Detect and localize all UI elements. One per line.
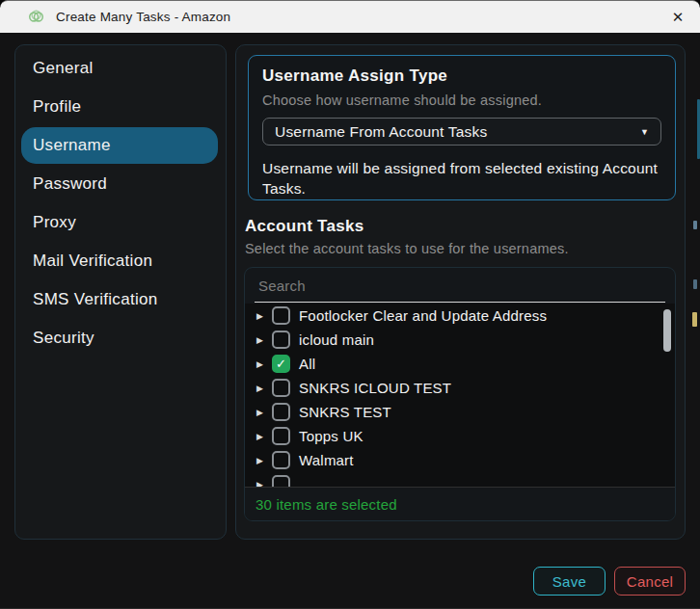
task-row[interactable]: ▶ SNKRS TEST: [245, 400, 675, 424]
window-edge-artifact: [692, 312, 697, 327]
task-row[interactable]: ▶ SNKRS ICLOUD TEST: [245, 376, 675, 400]
sidebar-item-password[interactable]: Password: [21, 166, 218, 202]
dropdown-value: Username From Account Tasks: [275, 123, 487, 141]
app-logo-icon: [27, 8, 45, 26]
sidebar-item-label: Proxy: [33, 213, 76, 232]
task-checkbox[interactable]: [272, 427, 290, 445]
sidebar-item-profile[interactable]: Profile: [21, 89, 218, 125]
username-assign-type-dropdown[interactable]: Username From Account Tasks ▼: [262, 118, 661, 146]
list-scrollbar-thumb[interactable]: [663, 309, 671, 352]
window-title: Create Many Tasks - Amazon: [56, 10, 230, 24]
task-row-partial[interactable]: ▶: [245, 472, 675, 487]
task-row[interactable]: ▶ ✓ All: [245, 352, 675, 376]
sidebar-item-mail-verification[interactable]: Mail Verification: [21, 243, 218, 279]
settings-panel: Username Assign Type Choose how username…: [235, 44, 686, 540]
expand-arrow-icon[interactable]: ▶: [256, 311, 270, 321]
sidebar-item-label: Username: [33, 136, 111, 155]
task-label: SNKRS ICLOUD TEST: [299, 380, 451, 396]
sidebar-item-general[interactable]: General: [21, 50, 218, 87]
task-label: All: [299, 356, 315, 372]
account-tasks-subtitle: Select the account tasks to use for the …: [245, 241, 569, 256]
window-edge-artifact: [693, 221, 697, 229]
sidebar-item-label: Security: [33, 329, 94, 348]
sidebar-item-label: General: [33, 59, 94, 78]
title-bar: Create Many Tasks - Amazon ✕: [0, 0, 700, 33]
sidebar-item-proxy[interactable]: Proxy: [21, 204, 218, 241]
task-checkbox[interactable]: [272, 451, 290, 469]
sidebar-item-label: SMS Verification: [33, 290, 158, 309]
search-row: [245, 268, 675, 303]
task-label: Walmart: [299, 452, 354, 468]
sidebar-item-label: Mail Verification: [33, 252, 152, 271]
dialog-window: Create Many Tasks - Amazon ✕ General Pro…: [0, 0, 700, 609]
expand-arrow-icon[interactable]: ▶: [256, 359, 270, 369]
task-checkbox[interactable]: [272, 331, 290, 349]
task-row[interactable]: ▶ Topps UK: [245, 424, 675, 448]
task-label: icloud main: [299, 331, 374, 348]
task-label: Topps UK: [299, 428, 363, 444]
sidebar-item-label: Password: [33, 174, 107, 194]
task-row[interactable]: ▶ Walmart: [245, 448, 675, 472]
expand-arrow-icon[interactable]: ▶: [256, 335, 270, 345]
sidebar-item-security[interactable]: Security: [21, 320, 218, 357]
task-list-viewport: ▶ Footlocker Clear and Update Address ▶ …: [245, 304, 675, 487]
account-tasks-list: ▶ Footlocker Clear and Update Address ▶ …: [244, 267, 676, 521]
save-button[interactable]: Save: [533, 567, 606, 596]
sidebar-item-sms-verification[interactable]: SMS Verification: [21, 281, 218, 318]
task-checkbox[interactable]: ✓: [272, 355, 290, 373]
cancel-button[interactable]: Cancel: [614, 567, 686, 596]
expand-arrow-icon[interactable]: ▶: [256, 408, 270, 417]
task-checkbox[interactable]: [272, 379, 290, 397]
sidebar-nav: General Profile Username Password Proxy …: [14, 44, 227, 540]
task-checkbox[interactable]: [272, 403, 290, 421]
assign-type-help-text: Username will be assigned from selected …: [262, 158, 661, 199]
expand-arrow-icon[interactable]: ▶: [256, 456, 270, 465]
selection-status-bar: 30 items are selected: [245, 487, 675, 520]
sidebar-item-label: Profile: [33, 97, 81, 117]
section-title: Username Assign Type: [262, 66, 661, 86]
selection-status-text: 30 items are selected: [256, 496, 397, 513]
section-subtitle: Choose how username should be assigned.: [262, 93, 661, 108]
account-tasks-title: Account Tasks: [245, 217, 364, 236]
search-underline: [255, 302, 665, 303]
expand-arrow-icon[interactable]: ▶: [256, 432, 270, 441]
close-button[interactable]: ✕: [656, 1, 700, 34]
username-assign-section: Username Assign Type Choose how username…: [248, 55, 676, 200]
window-edge-artifact: [693, 279, 697, 289]
task-row[interactable]: ▶ icloud main: [245, 328, 675, 352]
sidebar-item-username[interactable]: Username: [21, 127, 218, 164]
chevron-down-icon: ▼: [640, 127, 649, 137]
task-row[interactable]: ▶ Footlocker Clear and Update Address: [245, 304, 675, 328]
expand-arrow-icon[interactable]: ▶: [256, 480, 270, 488]
task-checkbox[interactable]: [272, 475, 290, 487]
task-label: Footlocker Clear and Update Address: [299, 307, 547, 324]
task-checkbox[interactable]: [272, 306, 290, 325]
search-input[interactable]: [245, 268, 675, 303]
task-label: SNKRS TEST: [299, 404, 391, 420]
expand-arrow-icon[interactable]: ▶: [256, 384, 270, 393]
